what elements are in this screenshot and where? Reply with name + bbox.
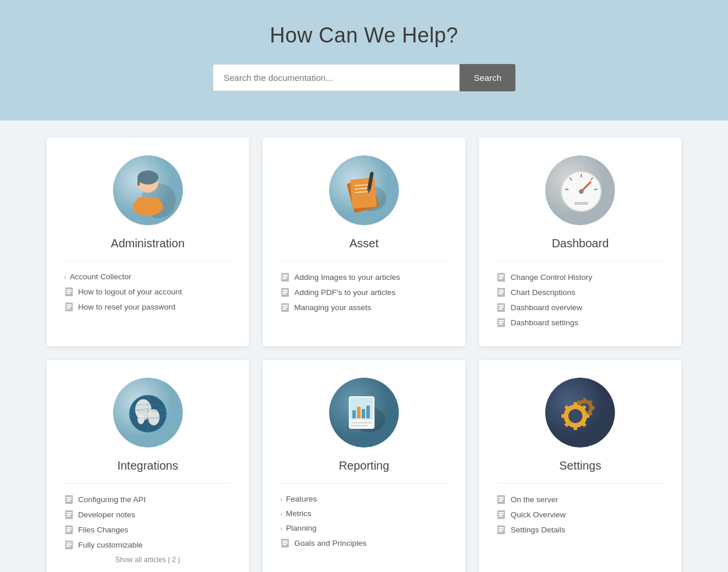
list-item[interactable]: Fully customizable: [64, 537, 231, 552]
list-item[interactable]: How to reset your password: [64, 299, 231, 314]
dashboard-links: Change Control HistoryChart Descriptions…: [497, 269, 664, 330]
list-item[interactable]: ›Account Collector: [64, 269, 231, 284]
svg-rect-11: [66, 293, 70, 294]
card-asset: AssetAdding Images to your articlesAddin…: [263, 138, 465, 346]
svg-rect-129: [499, 516, 503, 517]
svg-rect-36: [282, 308, 287, 310]
svg-rect-80: [66, 527, 72, 528]
svg-line-43: [565, 189, 568, 190]
svg-rect-13: [66, 304, 72, 305]
list-item[interactable]: Files Changes: [64, 522, 231, 537]
svg-rect-57: [499, 307, 504, 308]
svg-rect-128: [499, 514, 504, 515]
list-item[interactable]: Configuring the API: [64, 492, 231, 507]
integrations-icon-circle: [113, 378, 183, 447]
svg-rect-98: [282, 541, 288, 542]
doc-icon: [280, 272, 289, 282]
dashboard-icon-circle: [545, 155, 615, 225]
card-grid: Administration›Account CollectorHow to l…: [47, 138, 681, 572]
search-button[interactable]: Search: [460, 64, 515, 91]
svg-rect-60: [499, 320, 504, 321]
svg-rect-77: [66, 514, 72, 515]
svg-point-67: [137, 415, 144, 424]
settings-divider: [497, 483, 664, 484]
list-item[interactable]: Developer notes: [64, 507, 231, 522]
card-integrations: IntegrationsConfiguring the APIDeveloper…: [47, 360, 249, 572]
reporting-icon-circle: [329, 378, 399, 447]
list-item[interactable]: On the server: [497, 492, 664, 507]
reporting-title: Reporting: [339, 459, 390, 472]
svg-rect-86: [66, 546, 70, 547]
svg-rect-93: [362, 409, 365, 418]
list-item[interactable]: Adding PDF's to your articles: [280, 285, 447, 300]
doc-icon: [64, 540, 73, 549]
doc-icon: [497, 287, 506, 297]
reporting-links: ›Features›Metrics›PlanningGoals and Prin…: [280, 492, 447, 550]
svg-rect-6: [137, 177, 140, 186]
list-item[interactable]: How to logout of your account: [64, 284, 231, 299]
svg-line-121: [583, 406, 585, 408]
svg-rect-123: [499, 497, 504, 498]
svg-rect-50: [499, 278, 503, 279]
svg-line-109: [578, 401, 579, 403]
svg-rect-7: [136, 197, 160, 209]
list-item[interactable]: Dashboard overview: [497, 300, 664, 315]
svg-rect-82: [66, 531, 70, 532]
chevron-right-icon: ›: [280, 525, 282, 532]
doc-icon: [280, 538, 289, 548]
svg-rect-95: [351, 422, 372, 424]
doc-icon: [497, 318, 506, 327]
list-item[interactable]: Quick Overview: [497, 507, 664, 522]
svg-rect-56: [499, 305, 504, 306]
svg-rect-10: [66, 291, 72, 292]
svg-rect-19: [350, 177, 377, 208]
svg-rect-99: [282, 542, 288, 543]
list-item[interactable]: Managing your assets: [280, 300, 447, 315]
list-item[interactable]: ›Features: [280, 492, 447, 506]
dashboard-divider: [497, 261, 664, 261]
svg-rect-94: [366, 406, 370, 418]
svg-line-111: [591, 401, 592, 403]
doc-icon: [64, 525, 73, 534]
svg-rect-35: [282, 307, 288, 308]
settings-title: Settings: [559, 459, 601, 472]
svg-rect-131: [499, 527, 504, 528]
svg-rect-81: [66, 529, 72, 530]
link-text: Managing your assets: [294, 303, 371, 312]
link-text: Change Control History: [511, 273, 592, 282]
svg-line-115: [583, 424, 585, 426]
link-text: Planning: [286, 524, 317, 532]
svg-rect-91: [352, 410, 356, 418]
list-item[interactable]: ›Planning: [280, 521, 447, 535]
link-text: On the server: [511, 495, 559, 504]
doc-icon: [64, 510, 73, 519]
link-text: Features: [286, 495, 317, 503]
svg-rect-73: [66, 499, 72, 500]
svg-rect-30: [282, 290, 288, 291]
doc-icon: [280, 303, 289, 312]
link-text: Adding Images to your articles: [294, 273, 400, 282]
asset-divider: [280, 261, 447, 261]
list-item[interactable]: Dashboard settings: [497, 315, 664, 330]
search-input[interactable]: [213, 64, 460, 91]
list-item[interactable]: Adding Images to your articles: [280, 269, 447, 285]
asset-title: Asset: [349, 237, 379, 250]
asset-links: Adding Images to your articlesAdding PDF…: [280, 269, 447, 315]
doc-icon: [497, 525, 506, 534]
svg-rect-28: [282, 278, 287, 279]
show-all-link[interactable]: Show all articles ( 2 ): [64, 552, 231, 564]
list-item[interactable]: Settings Details: [497, 522, 664, 537]
list-item[interactable]: Goals and Principles: [280, 535, 447, 550]
svg-rect-124: [499, 499, 504, 500]
settings-links: On the serverQuick OverviewSettings Deta…: [497, 492, 664, 537]
svg-rect-84: [66, 542, 72, 543]
list-item[interactable]: Chart Descriptions: [497, 285, 664, 300]
list-item[interactable]: ›Metrics: [280, 506, 447, 521]
chevron-right-icon: ›: [280, 510, 282, 517]
link-text: Metrics: [286, 509, 312, 518]
svg-point-113: [568, 409, 582, 423]
chevron-right-icon: ›: [64, 273, 66, 280]
doc-icon: [497, 303, 506, 312]
list-item[interactable]: Change Control History: [497, 269, 664, 285]
svg-rect-31: [282, 292, 288, 293]
